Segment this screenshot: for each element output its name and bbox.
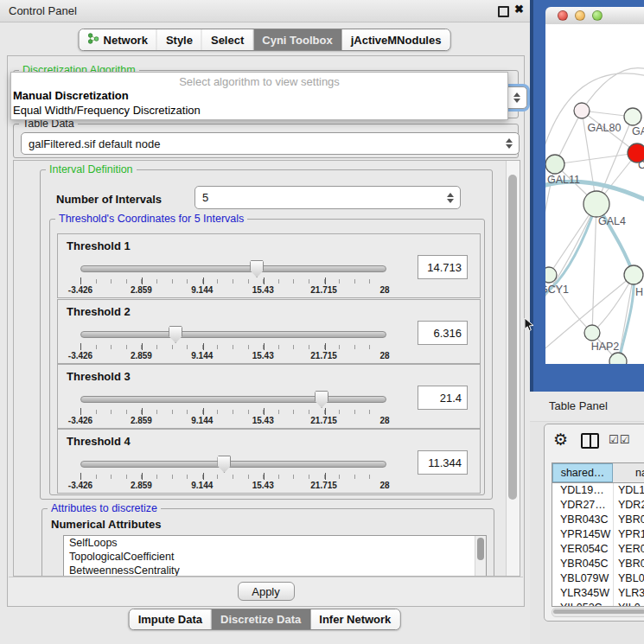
float-window-icon[interactable] xyxy=(498,6,509,17)
network-canvas[interactable]: GAL80 GA C GAL11 GAL4 GCY1 H HAP2 xyxy=(545,24,644,364)
slider-track[interactable] xyxy=(80,265,386,272)
node-table: shared… na YDL19…YDL1YDR27…YDR2YBR043CYB… xyxy=(552,462,644,607)
list-item[interactable]: BetweennessCentrality xyxy=(64,564,486,577)
tick-label: -3.426 xyxy=(68,351,92,360)
scrollbar-thumb[interactable] xyxy=(508,175,517,500)
table-cell[interactable]: YDL19… xyxy=(552,483,613,498)
tab-network[interactable]: Network xyxy=(80,29,157,50)
tick-label: 9.144 xyxy=(191,416,213,425)
tab-infer-network[interactable]: Infer Network xyxy=(310,609,399,629)
node-gal80[interactable] xyxy=(574,103,590,118)
threshold-label: Threshold 2 xyxy=(67,305,131,318)
thresholds-section-title: Threshold's Coordinates for 5 Intervals xyxy=(55,213,247,225)
network-window-titlebar[interactable] xyxy=(545,7,644,25)
slider-thumb[interactable] xyxy=(169,326,182,343)
close-icon[interactable]: ✖ xyxy=(514,3,524,16)
threshold-value-field[interactable]: 21.4 xyxy=(418,386,468,410)
table-row[interactable]: YDL19…YDL1 xyxy=(552,483,644,498)
table-cell[interactable]: YDR2 xyxy=(613,498,644,513)
tab-select[interactable]: Select xyxy=(202,29,253,50)
tick-label: 15.43 xyxy=(252,285,274,295)
slider-thumb[interactable] xyxy=(315,391,328,408)
table-cell[interactable]: YBR0 xyxy=(613,513,644,527)
table-cell[interactable]: YBR043C xyxy=(552,513,613,527)
table-cell[interactable]: YBR045C xyxy=(552,557,613,571)
table-row[interactable]: YBL079WYBL0 xyxy=(552,571,644,586)
table-cell[interactable]: YBL0 xyxy=(613,571,644,586)
table-row[interactable]: YDR27…YDR2 xyxy=(552,498,644,513)
slider-thumb[interactable] xyxy=(250,260,264,277)
threshold-panel-1: Threshold 1 -3.4262.8599.14415.4321.7152… xyxy=(57,233,481,298)
dropdown-option-equal-width[interactable]: Equal Width/Frequency Discretization xyxy=(13,104,201,117)
table-cell[interactable]: YBL079W xyxy=(552,571,613,586)
slider-track[interactable] xyxy=(80,461,386,468)
minimize-traffic-light[interactable] xyxy=(575,10,585,21)
table-cell[interactable]: YDL1 xyxy=(613,483,644,498)
table-cell[interactable]: YBR0 xyxy=(613,557,644,571)
column-header-name[interactable]: na xyxy=(613,463,644,482)
node-label: GAL80 xyxy=(588,122,622,134)
table-cell[interactable]: YIL0 xyxy=(613,601,644,607)
network-window[interactable]: GAL80 GA C GAL11 GAL4 GCY1 H HAP2 xyxy=(530,0,644,392)
node-gal4[interactable] xyxy=(583,191,609,217)
threshold-slider[interactable]: -3.4262.8599.14415.4321.71528 xyxy=(80,326,385,360)
list-scrollbar[interactable] xyxy=(475,536,486,577)
gear-icon[interactable]: ⚙ xyxy=(553,430,568,450)
number-of-intervals-combobox[interactable]: 5 xyxy=(194,186,461,209)
settings-vertical-scrollbar[interactable] xyxy=(506,161,520,576)
node-gcy1[interactable] xyxy=(545,267,557,283)
slider-track[interactable] xyxy=(80,331,386,338)
table-cell[interactable]: YER054C xyxy=(552,542,613,557)
tab-discretize-data[interactable]: Discretize Data xyxy=(212,609,310,629)
table-row[interactable]: YER054CYER0 xyxy=(552,542,644,557)
zoom-traffic-light[interactable] xyxy=(592,10,603,21)
slider-thumb[interactable] xyxy=(217,456,231,473)
table-cell[interactable]: YLR3 xyxy=(613,586,644,601)
table-row[interactable]: YBR043CYBR0 xyxy=(552,513,644,527)
dropdown-option-manual-discretization[interactable]: Manual Discretization xyxy=(13,89,129,102)
table-row[interactable]: YPR145WYPR1 xyxy=(552,527,644,542)
columns-icon[interactable] xyxy=(581,433,599,449)
table-cell[interactable]: YPR145W xyxy=(552,527,613,542)
scrollbar-thumb[interactable] xyxy=(553,609,644,614)
table-row[interactable]: YBR045CYBR0 xyxy=(552,557,644,571)
table-cell[interactable]: YLR345W xyxy=(552,586,613,601)
table-row[interactable]: YLR345WYLR3 xyxy=(552,586,644,601)
table-cell[interactable]: YER0 xyxy=(613,542,644,557)
node-h[interactable] xyxy=(624,265,643,284)
threshold-slider[interactable]: -3.4262.8599.14415.4321.71528 xyxy=(80,456,385,490)
threshold-value-field[interactable]: 14.713 xyxy=(418,255,468,279)
threshold-panel-4: Threshold 4 -3.4262.8599.14415.4321.7152… xyxy=(57,429,481,494)
list-item[interactable]: TopologicalCoefficient xyxy=(64,550,486,564)
node-gal11[interactable] xyxy=(545,155,564,174)
apply-button[interactable]: Apply xyxy=(238,582,295,601)
table-cell[interactable]: YDR27… xyxy=(552,498,613,513)
slider-track[interactable] xyxy=(80,396,386,403)
tick-label: 21.715 xyxy=(310,481,337,490)
list-item[interactable]: SelfLoops xyxy=(64,536,486,550)
threshold-slider[interactable]: -3.4262.8599.14415.4321.71528 xyxy=(80,391,385,425)
close-traffic-light[interactable] xyxy=(558,10,568,21)
column-header-shared-name[interactable]: shared… xyxy=(552,463,613,482)
table-data-combobox[interactable]: galFiltered.sif default node xyxy=(21,132,520,155)
tick-label: 28 xyxy=(379,416,389,425)
table-horizontal-scrollbar[interactable] xyxy=(552,608,644,617)
table-cell[interactable]: YIL052C xyxy=(552,601,613,607)
node-ga[interactable] xyxy=(624,108,641,125)
tab-label: Impute Data xyxy=(138,613,202,626)
numerical-attributes-list[interactable]: SelfLoops TopologicalCoefficient Between… xyxy=(63,535,487,577)
number-of-intervals-label: Number of Intervals xyxy=(56,193,162,206)
node-hap2[interactable] xyxy=(584,325,600,341)
slider-major-ticks xyxy=(80,343,386,350)
threshold-value-field[interactable]: 11.344 xyxy=(418,450,468,475)
table-row[interactable]: YIL052CYIL0 xyxy=(552,601,644,607)
tab-cyni-toolbox[interactable]: Cyni Toolbox xyxy=(253,29,341,50)
checkbox-filter-icons[interactable]: ☑☑ xyxy=(609,433,630,446)
tab-label: Select xyxy=(211,34,244,47)
tab-impute-data[interactable]: Impute Data xyxy=(130,609,212,629)
table-cell[interactable]: YPR1 xyxy=(613,527,644,542)
threshold-value-field[interactable]: 6.316 xyxy=(418,321,468,345)
threshold-slider[interactable]: -3.4262.8599.14415.4321.71528 xyxy=(80,260,385,295)
tab-jactivemnodules[interactable]: jActiveMNodules xyxy=(342,29,450,50)
tab-style[interactable]: Style xyxy=(157,29,202,50)
